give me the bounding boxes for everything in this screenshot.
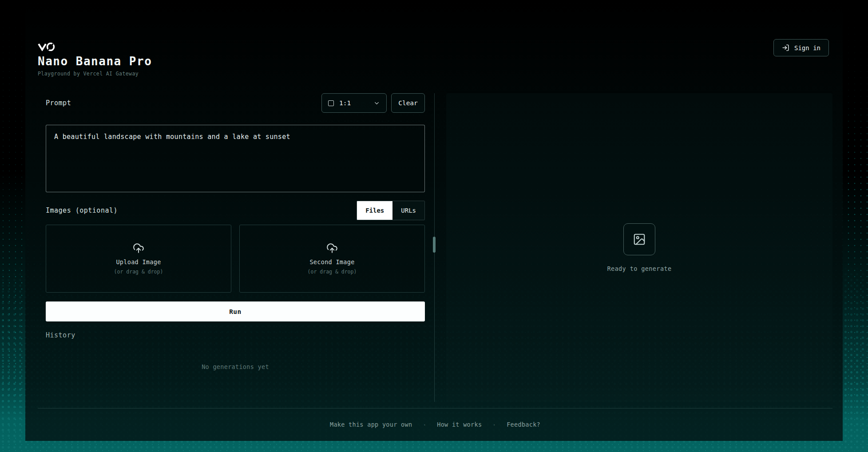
- cloud-upload-icon: [133, 242, 144, 254]
- page-title: Nano Banana Pro: [38, 55, 152, 68]
- sign-in-label: Sign in: [794, 44, 820, 52]
- header: Nano Banana Pro Playground by Vercel AI …: [38, 43, 152, 77]
- upload-grid: Upload Image (or drag & drop) Second Ima…: [46, 225, 425, 293]
- history-label: History: [46, 331, 425, 339]
- prompt-controls: 1:1 Clear: [321, 93, 425, 113]
- footer-link-how-it-works[interactable]: How it works: [437, 421, 482, 428]
- sign-in-button[interactable]: Sign in: [773, 39, 829, 56]
- images-row: Images (optional) Files URLs: [46, 201, 425, 220]
- controls-column: Prompt 1:1 Clear A beautiful landscape w…: [46, 93, 425, 370]
- upload-title: Upload Image: [116, 258, 161, 266]
- page: Nano Banana Pro Playground by Vercel AI …: [0, 0, 868, 452]
- footer-link-make-your-own[interactable]: Make this app your own: [330, 421, 412, 428]
- main-card: Nano Banana Pro Playground by Vercel AI …: [25, 0, 843, 441]
- log-in-icon: [782, 44, 789, 52]
- output-status: Ready to generate: [607, 265, 672, 272]
- page-subtitle: Playground by Vercel AI Gateway: [38, 71, 152, 77]
- footer-links: Make this app your own · How it works · …: [38, 421, 832, 428]
- v0-logo-icon: [38, 43, 55, 51]
- chevron-down-icon: [373, 100, 380, 107]
- prompt-input[interactable]: A beautiful landscape with mountains and…: [46, 125, 425, 192]
- output-panel: Ready to generate: [446, 93, 832, 402]
- footer: Make this app your own · How it works · …: [38, 408, 832, 428]
- pane-resize-handle[interactable]: [433, 237, 436, 253]
- second-image-dropzone[interactable]: Second Image (or drag & drop): [239, 225, 425, 293]
- cloud-upload-icon: [326, 242, 338, 254]
- history-empty-message: No generations yet: [46, 363, 425, 370]
- output-placeholder-box: [623, 223, 655, 255]
- aspect-ratio-select[interactable]: 1:1: [321, 93, 387, 113]
- footer-separator: ·: [492, 421, 496, 428]
- aspect-ratio-value: 1:1: [339, 99, 351, 107]
- footer-divider: [38, 408, 832, 408]
- upload-title: Second Image: [309, 258, 354, 266]
- image-source-tabs: Files URLs: [357, 201, 425, 220]
- upload-image-dropzone[interactable]: Upload Image (or drag & drop): [46, 225, 231, 293]
- tab-files[interactable]: Files: [357, 201, 392, 220]
- tab-urls[interactable]: URLs: [392, 201, 424, 220]
- images-label: Images (optional): [46, 206, 118, 214]
- footer-link-feedback[interactable]: Feedback?: [507, 421, 540, 428]
- clear-button[interactable]: Clear: [391, 93, 425, 113]
- image-icon: [633, 233, 646, 246]
- upload-hint: (or drag & drop): [308, 269, 357, 275]
- prompt-row: Prompt 1:1 Clear: [46, 93, 425, 113]
- run-button[interactable]: Run: [46, 301, 425, 321]
- upload-hint: (or drag & drop): [114, 269, 163, 275]
- prompt-label: Prompt: [46, 99, 71, 107]
- footer-separator: ·: [423, 421, 426, 428]
- square-icon: [328, 100, 334, 106]
